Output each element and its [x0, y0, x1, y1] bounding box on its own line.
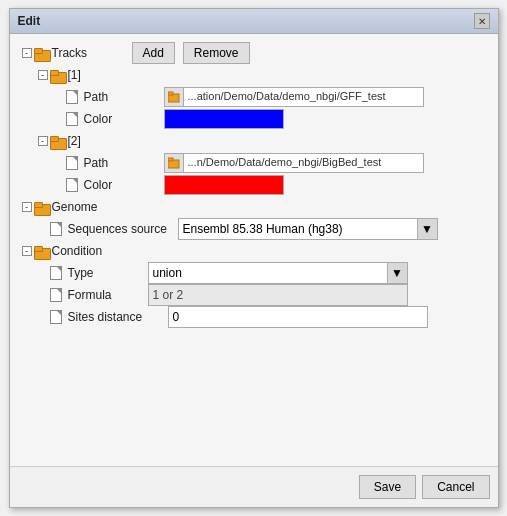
type-file-icon — [50, 265, 66, 281]
title-bar: Edit ✕ — [10, 9, 498, 34]
color1-box[interactable] — [164, 109, 284, 129]
formula-file-icon — [50, 287, 66, 303]
path1-file-icon — [66, 89, 82, 105]
sequences-select[interactable]: Ensembl 85.38 Human (hg38) — [178, 218, 418, 240]
type-dropdown-wrap: union ▼ — [148, 262, 408, 284]
genome-label: Genome — [52, 200, 132, 214]
genome-row: - Genome — [18, 196, 490, 218]
formula-label: Formula — [68, 288, 148, 302]
path1-text: ...ation/Demo/Data/demo_nbgi/GFF_test — [184, 87, 424, 107]
group1-collapse-icon[interactable]: - — [38, 70, 48, 80]
color2-file-icon — [66, 177, 82, 193]
group2-collapse-icon[interactable]: - — [38, 136, 48, 146]
svg-rect-1 — [168, 92, 173, 95]
path1-label: Path — [84, 90, 164, 104]
type-dropdown-arrow[interactable]: ▼ — [388, 262, 408, 284]
color1-row: Color — [18, 108, 490, 130]
type-value-wrap: union ▼ — [148, 262, 490, 284]
close-button[interactable]: ✕ — [474, 13, 490, 29]
path2-row: Path ...n/Demo/Data/demo_nbgi/BigBed_tes… — [18, 152, 490, 174]
sites-file-icon — [50, 309, 66, 325]
sequences-file-icon — [50, 221, 66, 237]
sites-value-wrap — [168, 306, 490, 328]
formula-row: Formula — [18, 284, 490, 306]
group2-folder-icon — [50, 133, 66, 149]
dialog-title: Edit — [18, 14, 41, 28]
folder-open-icon2 — [168, 157, 180, 169]
color1-value-wrap — [164, 109, 490, 129]
formula-value-wrap — [148, 284, 490, 306]
condition-collapse-icon[interactable]: - — [22, 246, 32, 256]
tracks-toolbar: Add Remove — [132, 42, 490, 64]
tracks-row: - Tracks Add Remove — [18, 42, 490, 64]
sequences-dropdown-arrow[interactable]: ▼ — [418, 218, 438, 240]
tracks-collapse-icon[interactable]: - — [22, 48, 32, 58]
path2-text: ...n/Demo/Data/demo_nbgi/BigBed_test — [184, 153, 424, 173]
group2-label: [2] — [68, 134, 148, 148]
group1-folder-icon — [50, 67, 66, 83]
condition-folder-icon — [34, 243, 50, 259]
edit-dialog: Edit ✕ - Tracks Add Remove - [1] — [9, 8, 499, 508]
genome-collapse-icon[interactable]: - — [22, 202, 32, 212]
type-select[interactable]: union — [148, 262, 388, 284]
group1-row: - [1] — [18, 64, 490, 86]
folder-open-icon — [168, 91, 180, 103]
path2-label: Path — [84, 156, 164, 170]
condition-row: - Condition — [18, 240, 490, 262]
sequences-value-wrap: Ensembl 85.38 Human (hg38) ▼ — [178, 218, 490, 240]
remove-button[interactable]: Remove — [183, 42, 250, 64]
svg-rect-3 — [168, 158, 173, 161]
color1-file-icon — [66, 111, 82, 127]
group2-row: - [2] — [18, 130, 490, 152]
tracks-label: Tracks — [52, 46, 132, 60]
type-label: Type — [68, 266, 148, 280]
path2-value-wrap: ...n/Demo/Data/demo_nbgi/BigBed_test — [164, 153, 490, 173]
path1-row: Path ...ation/Demo/Data/demo_nbgi/GFF_te… — [18, 86, 490, 108]
color2-row: Color — [18, 174, 490, 196]
sequences-label: Sequences source — [68, 222, 178, 236]
cancel-button[interactable]: Cancel — [422, 475, 489, 499]
dialog-body: - Tracks Add Remove - [1] Path — [10, 34, 498, 466]
path2-browse-btn[interactable] — [164, 153, 184, 173]
sites-input[interactable] — [168, 306, 428, 328]
path2-input-group: ...n/Demo/Data/demo_nbgi/BigBed_test — [164, 153, 424, 173]
path1-browse-btn[interactable] — [164, 87, 184, 107]
path2-file-icon — [66, 155, 82, 171]
save-button[interactable]: Save — [359, 475, 416, 499]
dialog-footer: Save Cancel — [10, 466, 498, 507]
sequences-dropdown-wrap: Ensembl 85.38 Human (hg38) ▼ — [178, 218, 438, 240]
condition-label: Condition — [52, 244, 132, 258]
color2-label: Color — [84, 178, 164, 192]
genome-folder-icon — [34, 199, 50, 215]
color2-value-wrap — [164, 175, 490, 195]
add-button[interactable]: Add — [132, 42, 175, 64]
color2-box[interactable] — [164, 175, 284, 195]
group1-label: [1] — [68, 68, 148, 82]
type-row: Type union ▼ — [18, 262, 490, 284]
sites-label: Sites distance — [68, 310, 168, 324]
path1-value-wrap: ...ation/Demo/Data/demo_nbgi/GFF_test — [164, 87, 490, 107]
sequences-row: Sequences source Ensembl 85.38 Human (hg… — [18, 218, 490, 240]
sites-row: Sites distance — [18, 306, 490, 328]
tracks-folder-icon — [34, 45, 50, 61]
path1-input-group: ...ation/Demo/Data/demo_nbgi/GFF_test — [164, 87, 424, 107]
formula-input[interactable] — [148, 284, 408, 306]
color1-label: Color — [84, 112, 164, 126]
